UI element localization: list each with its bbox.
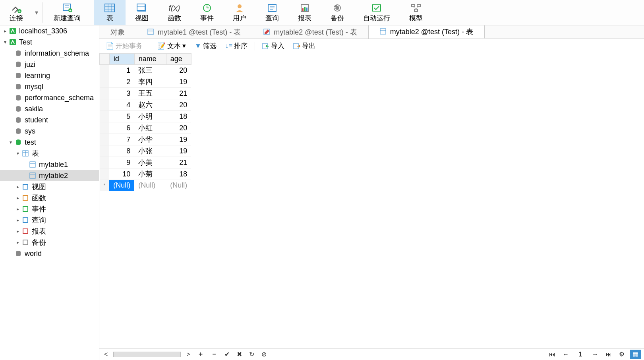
clock-icon xyxy=(201,2,213,14)
first-page-button[interactable]: ⏮ xyxy=(547,351,557,358)
db-sys[interactable]: sys xyxy=(0,126,99,137)
database-icon xyxy=(14,250,22,257)
filter-button[interactable]: ▼筛选 xyxy=(191,41,220,51)
folder-reports[interactable]: ▸报表 xyxy=(0,226,99,237)
delete-row-button[interactable]: － xyxy=(209,350,219,358)
chevron-right-icon[interactable]: ▸ xyxy=(14,228,21,234)
col-age[interactable]: age xyxy=(166,54,191,65)
table-row[interactable]: 7小华19 xyxy=(100,134,191,145)
table-row[interactable]: 3王五21 xyxy=(100,88,191,99)
new-query-button[interactable]: + 新建查询 xyxy=(44,0,90,25)
begin-transaction-button[interactable]: 📄开始事务 xyxy=(102,41,146,51)
autorun-button[interactable]: 自动运行 xyxy=(354,0,400,25)
table-mytable2[interactable]: mytable2 xyxy=(0,170,99,181)
folder-queries[interactable]: ▸查询 xyxy=(0,215,99,226)
new-row[interactable]: *(Null)(Null)(Null) xyxy=(100,180,191,191)
tab-objects[interactable]: 对象 xyxy=(99,25,136,39)
table-mytable1[interactable]: mytable1 xyxy=(0,159,99,170)
view-button[interactable]: 视图 xyxy=(126,0,158,25)
db-test[interactable]: ▾test xyxy=(0,137,99,148)
db-learning[interactable]: learning xyxy=(0,70,99,81)
db-mysql[interactable]: mysql xyxy=(0,81,99,92)
backup-icon xyxy=(21,238,29,246)
cancel-button[interactable]: ✖ xyxy=(235,350,244,358)
chevron-right-icon[interactable]: ▸ xyxy=(14,217,21,223)
svg-rect-25 xyxy=(302,8,304,11)
apply-button[interactable]: ✔ xyxy=(223,350,231,358)
connection-localhost[interactable]: ▸localhost_3306 xyxy=(0,25,99,37)
database-icon xyxy=(14,116,22,124)
grid-view-button[interactable]: ▦ xyxy=(630,350,641,359)
database-icon xyxy=(14,94,22,102)
db-student[interactable]: student xyxy=(0,114,99,126)
scroll-left-button[interactable]: < xyxy=(102,351,109,358)
chevron-down-icon[interactable]: ▾ xyxy=(2,39,9,45)
db-information_schema[interactable]: information_schema xyxy=(0,48,99,59)
table-button[interactable]: 表 xyxy=(94,0,126,25)
add-row-button[interactable]: ＋ xyxy=(196,350,205,358)
database-icon xyxy=(14,105,22,113)
function-button[interactable]: f(x) 函数 xyxy=(158,0,191,25)
db-performance_schema[interactable]: performance_schema xyxy=(0,92,99,103)
tab-mytable2-edit[interactable]: mytable2 @test (Test) - 表 xyxy=(252,25,368,39)
db-world[interactable]: world xyxy=(0,248,99,259)
svg-rect-55 xyxy=(23,195,28,200)
svg-rect-27 xyxy=(306,8,307,11)
last-page-button[interactable]: ⏭ xyxy=(604,351,613,358)
connection-test[interactable]: ▾Test xyxy=(0,37,99,48)
report-button[interactable]: 报表 xyxy=(288,0,321,25)
tab-bar: 对象 mytable1 @test (Test) - 表 mytable2 @t… xyxy=(99,25,644,39)
chevron-right-icon[interactable]: ▸ xyxy=(14,240,21,245)
model-button[interactable]: 模型 xyxy=(400,0,432,25)
table-row[interactable]: 2李四19 xyxy=(100,76,191,88)
table-row[interactable]: 1张三20 xyxy=(100,65,191,76)
folder-views[interactable]: ▸视图 xyxy=(0,181,99,192)
table-row[interactable]: 10小菊18 xyxy=(100,168,191,180)
chevron-right-icon[interactable]: ▸ xyxy=(14,184,21,190)
import-button[interactable]: 导入 xyxy=(259,41,288,51)
table-row[interactable]: 5小明18 xyxy=(100,111,191,122)
dropdown-icon[interactable]: ▾ xyxy=(33,9,41,16)
table-row[interactable]: 8小张19 xyxy=(100,145,191,157)
chevron-right-icon[interactable]: ▸ xyxy=(14,195,21,201)
main-toolbar: + 连接 ▾ + 新建查询 表 视图 f(x) 函数 事件 用户 查询 报表 备… xyxy=(0,0,644,25)
table-row[interactable]: 9小美21 xyxy=(100,157,191,168)
chevron-down-icon[interactable]: ▾ xyxy=(7,139,14,145)
user-button[interactable]: 用户 xyxy=(223,0,256,25)
chevron-right-icon[interactable]: ▸ xyxy=(2,28,9,34)
table-row[interactable]: 4赵六20 xyxy=(100,99,191,111)
export-button[interactable]: 导出 xyxy=(290,41,319,51)
tab-mytable1[interactable]: mytable1 @test (Test) - 表 xyxy=(136,25,252,39)
event-button[interactable]: 事件 xyxy=(191,0,223,25)
svg-rect-26 xyxy=(304,7,306,11)
h-scrollbar[interactable] xyxy=(113,352,181,357)
db-juzi[interactable]: juzi xyxy=(0,59,99,70)
tab-mytable2[interactable]: mytable2 @test (Test) - 表 xyxy=(369,25,485,39)
settings-button[interactable]: ⚙ xyxy=(617,350,626,358)
col-id[interactable]: id xyxy=(109,54,134,65)
plug-icon: + xyxy=(10,2,23,14)
prev-page-button[interactable]: ← xyxy=(561,351,571,358)
col-name[interactable]: name xyxy=(134,54,166,65)
stop-button[interactable]: ⊘ xyxy=(260,350,268,358)
server-icon xyxy=(9,27,17,35)
folder-functions[interactable]: ▸函数 xyxy=(0,192,99,203)
data-grid[interactable]: id name age 1张三202李四193王五214赵六205小明186小红… xyxy=(99,53,644,348)
page-input[interactable] xyxy=(574,351,586,358)
next-page-button[interactable]: → xyxy=(590,351,600,358)
connect-button[interactable]: + 连接 xyxy=(0,0,33,25)
chevron-down-icon[interactable]: ▾ xyxy=(14,151,21,156)
chevron-right-icon[interactable]: ▸ xyxy=(14,206,21,212)
folder-events[interactable]: ▸事件 xyxy=(0,203,99,215)
query-button[interactable]: 查询 xyxy=(256,0,288,25)
folder-backups[interactable]: ▸备份 xyxy=(0,237,99,248)
db-sakila[interactable]: sakila xyxy=(0,103,99,114)
folder-tables[interactable]: ▾表 xyxy=(0,148,99,159)
transaction-icon: 📄 xyxy=(106,42,114,50)
sort-button[interactable]: ↓≡排序 xyxy=(222,41,251,51)
refresh-button[interactable]: ↻ xyxy=(248,350,256,358)
scroll-right-button[interactable]: > xyxy=(185,351,191,358)
table-row[interactable]: 6小红20 xyxy=(100,122,191,134)
text-button[interactable]: 📝文本 ▾ xyxy=(154,41,189,51)
backup-button[interactable]: 备份 xyxy=(321,0,354,25)
